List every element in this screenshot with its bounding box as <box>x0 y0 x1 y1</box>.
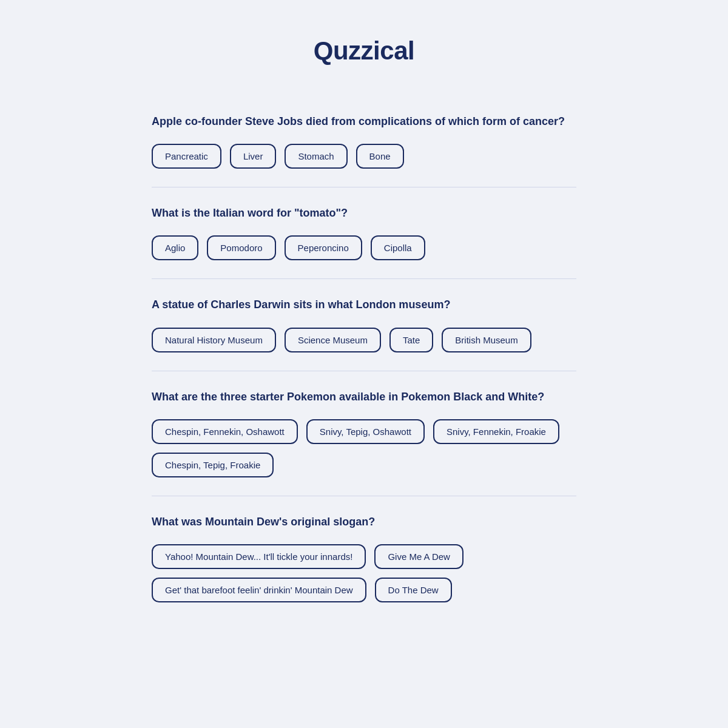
answers-grid-3: Natural History MuseumScience MuseumTate… <box>152 328 576 352</box>
answer-btn-q2-a2[interactable]: Pomodoro <box>207 235 275 260</box>
answer-btn-q5-a2[interactable]: Give Me A Dew <box>374 544 463 569</box>
answer-btn-q2-a1[interactable]: Aglio <box>152 235 198 260</box>
question-text-5: What was Mountain Dew's original slogan? <box>152 514 576 530</box>
answer-btn-q4-a4[interactable]: Chespin, Tepig, Froakie <box>152 453 274 477</box>
question-block-5: What was Mountain Dew's original slogan?… <box>152 496 576 621</box>
answers-grid-5: Yahoo! Mountain Dew... It'll tickle your… <box>152 544 576 602</box>
page-container: Quzzical Apple co-founder Steve Jobs die… <box>152 36 576 692</box>
answer-btn-q5-a1[interactable]: Yahoo! Mountain Dew... It'll tickle your… <box>152 544 366 569</box>
answer-btn-q4-a3[interactable]: Snivy, Fennekin, Froakie <box>433 419 559 444</box>
answer-btn-q2-a4[interactable]: Cipolla <box>371 235 425 260</box>
question-block-4: What are the three starter Pokemon avail… <box>152 371 576 496</box>
answers-grid-2: AglioPomodoroPeperoncinoCipolla <box>152 235 576 260</box>
answer-btn-q2-a3[interactable]: Peperoncino <box>285 235 362 260</box>
question-text-4: What are the three starter Pokemon avail… <box>152 389 576 405</box>
question-block-1: Apple co-founder Steve Jobs died from co… <box>152 96 576 187</box>
answer-btn-q1-a2[interactable]: Liver <box>230 144 277 169</box>
answers-grid-1: PancreaticLiverStomachBone <box>152 144 576 169</box>
answers-grid-4: Chespin, Fennekin, OshawottSnivy, Tepig,… <box>152 419 576 477</box>
answer-btn-q5-a4[interactable]: Do The Dew <box>375 578 452 602</box>
question-block-2: What is the Italian word for "tomato"?Ag… <box>152 187 576 279</box>
question-text-3: A statue of Charles Darwin sits in what … <box>152 297 576 312</box>
questions-container: Apple co-founder Steve Jobs died from co… <box>152 96 576 621</box>
question-text-1: Apple co-founder Steve Jobs died from co… <box>152 114 576 129</box>
answer-btn-q5-a3[interactable]: Get' that barefoot feelin' drinkin' Moun… <box>152 578 366 602</box>
answer-btn-q1-a1[interactable]: Pancreatic <box>152 144 221 169</box>
answer-btn-q3-a4[interactable]: British Museum <box>442 328 531 352</box>
answer-btn-q4-a1[interactable]: Chespin, Fennekin, Oshawott <box>152 419 298 444</box>
question-text-2: What is the Italian word for "tomato"? <box>152 206 576 221</box>
question-block-3: A statue of Charles Darwin sits in what … <box>152 279 576 371</box>
answer-btn-q3-a1[interactable]: Natural History Museum <box>152 328 276 352</box>
app-title: Quzzical <box>152 36 576 66</box>
answer-btn-q3-a3[interactable]: Tate <box>389 328 433 352</box>
answer-btn-q4-a2[interactable]: Snivy, Tepig, Oshawott <box>306 419 425 444</box>
answer-btn-q3-a2[interactable]: Science Museum <box>285 328 381 352</box>
answer-btn-q1-a4[interactable]: Bone <box>356 144 404 169</box>
answer-btn-q1-a3[interactable]: Stomach <box>285 144 347 169</box>
